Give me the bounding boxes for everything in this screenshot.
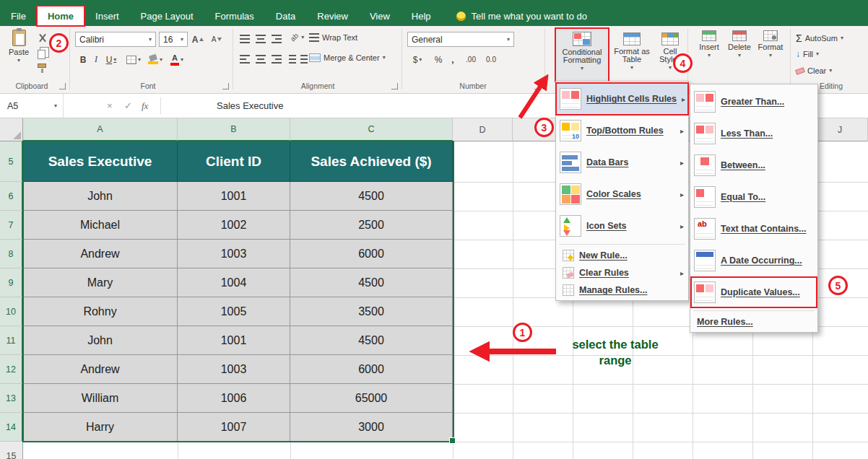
format-as-table-button[interactable]: Format as Table ▾ [611,29,653,81]
ribbon-tab-formulas[interactable]: Formulas [204,6,265,26]
fill-color-button[interactable]: ▾ [146,52,165,67]
table-cell[interactable]: 1006 [178,384,290,413]
table-cell[interactable]: 1002 [178,211,290,240]
submenu-item-less-than[interactable]: Less Than... [690,118,817,149]
table-cell[interactable]: 4500 [290,326,453,355]
table-cell[interactable]: 4500 [290,268,453,297]
table-cell[interactable]: 6000 [290,355,453,384]
menu-item-new-rule[interactable]: New Rule... [556,247,688,264]
name-box[interactable]: A5 ▾ [0,94,64,118]
bold-button[interactable]: B [77,52,90,67]
ribbon-tab-review[interactable]: Review [306,6,359,26]
table-cell[interactable]: 1004 [178,268,290,297]
font-dialog-launcher[interactable] [222,83,229,89]
column-header-c[interactable]: C [290,118,453,141]
number-dialog-launcher[interactable] [534,83,541,89]
menu-item-clear-rules[interactable]: Clear Rules ▸ [556,264,688,281]
row-header-8[interactable]: 8 [0,240,23,268]
submenu-item-text-that-contains[interactable]: ab Text that Contains... [690,213,817,245]
underline-button[interactable]: U▾ [103,52,120,67]
cut-button[interactable] [38,33,47,43]
ribbon-tab-insert[interactable]: Insert [84,6,130,26]
decrease-font-size-button[interactable]: A [209,32,224,47]
font-name-combo[interactable]: Calibri ▾ [75,32,156,47]
row-header-14[interactable]: 14 [0,413,23,442]
format-painter-button[interactable] [38,64,46,68]
submenu-item-greater-than[interactable]: Greater Than... [690,86,817,118]
table-cell[interactable]: 1003 [178,355,290,384]
table-cell[interactable]: Harry [23,413,178,442]
table-cell[interactable]: 1001 [178,182,290,211]
enter-button[interactable]: ✓ [124,94,132,118]
decrease-decimal-button[interactable]: 0.0 [482,52,500,67]
select-all-corner[interactable] [0,118,23,141]
table-cell[interactable]: William [23,384,178,413]
menu-item-icon-sets[interactable]: Icon Sets ▸ [556,210,688,242]
decrease-indent-button[interactable] [289,55,296,64]
table-header-cell[interactable]: Sales Achieved ($) [290,141,453,182]
menu-item-manage-rules[interactable]: Manage Rules... [556,281,688,299]
cancel-button[interactable]: × [107,94,113,118]
row-header-15[interactable]: 15 [0,442,23,459]
orientation-button[interactable]: ab▾ [290,33,304,41]
menu-item-data-bars[interactable]: Data Bars ▸ [556,147,688,178]
column-header-d[interactable]: D [453,118,513,141]
column-header-a[interactable]: A [23,118,178,141]
row-header-13[interactable]: 13 [0,384,23,413]
font-size-combo[interactable]: 16 ▾ [159,32,188,47]
table-cell[interactable]: 1001 [178,326,290,355]
table-cell[interactable]: Andrew [23,355,178,384]
ribbon-tab-help[interactable]: Help [401,6,442,26]
ribbon-tab-view[interactable]: View [359,6,401,26]
table-cell[interactable]: John [23,182,178,211]
menu-item-top-bottom-rules[interactable]: 10 Top/Bottom Rules ▸ [556,115,688,147]
borders-button[interactable]: ▾ [124,52,143,67]
table-cell[interactable]: 65000 [290,384,453,413]
row-header-5[interactable]: 5 [0,141,23,182]
table-cell[interactable]: 4500 [290,182,453,211]
paste-button[interactable]: Paste ▾ [4,30,33,80]
table-header-cell[interactable]: Sales Executive [23,141,178,182]
font-color-button[interactable]: A ▾ [168,52,186,67]
row-header-7[interactable]: 7 [0,211,23,240]
menu-item-color-scales[interactable]: Color Scales ▸ [556,178,688,210]
formula-bar-value[interactable]: Sales Executive [217,94,284,118]
increase-indent-button[interactable] [300,55,308,64]
ribbon-tab-home[interactable]: Home [37,6,84,26]
increase-font-size-button[interactable]: A [191,32,205,47]
percent-style-button[interactable]: % [432,52,445,67]
increase-decimal-button[interactable]: .00 [462,52,479,67]
align-middle-button[interactable] [256,35,266,43]
align-left-button[interactable] [240,55,250,64]
row-header-9[interactable]: 9 [0,268,23,297]
table-cell[interactable]: Mary [23,268,178,297]
table-cell[interactable]: 2500 [290,211,453,240]
column-header-j[interactable]: J [812,118,868,141]
row-header-10[interactable]: 10 [0,297,23,326]
insert-cells-button[interactable]: Insert ▾ [695,30,724,75]
column-header-b[interactable]: B [178,118,290,141]
clipboard-dialog-launcher[interactable] [59,83,66,89]
alignment-dialog-launcher[interactable] [391,83,398,89]
merge-center-button[interactable]: Merge & Center ▾ [309,53,386,62]
table-cell[interactable]: 3000 [290,413,453,442]
row-header-6[interactable]: 6 [0,182,23,211]
table-cell[interactable]: Andrew [23,240,178,268]
row-header-12[interactable]: 12 [0,355,23,384]
conditional-formatting-button[interactable]: Conditional Formatting ▾ [556,29,608,81]
format-cells-button[interactable]: Format ▾ [755,30,786,75]
italic-button[interactable]: I [91,52,101,67]
number-format-combo[interactable]: General ▾ [407,32,514,47]
align-bottom-button[interactable] [272,35,282,43]
table-cell[interactable]: Rohny [23,297,178,326]
table-cell[interactable]: John [23,326,178,355]
submenu-item-a-date-occurring[interactable]: A Date Occurring... [690,245,817,276]
align-top-button[interactable] [240,35,250,43]
align-center-button[interactable] [256,55,266,64]
accounting-format-button[interactable]: $▾ [407,52,428,67]
insert-function-button[interactable]: fx [142,94,148,118]
table-cell[interactable]: Michael [23,211,178,240]
align-right-button[interactable] [272,55,282,64]
table-cell[interactable]: 3500 [290,297,453,326]
table-cell[interactable]: 6000 [290,240,453,268]
